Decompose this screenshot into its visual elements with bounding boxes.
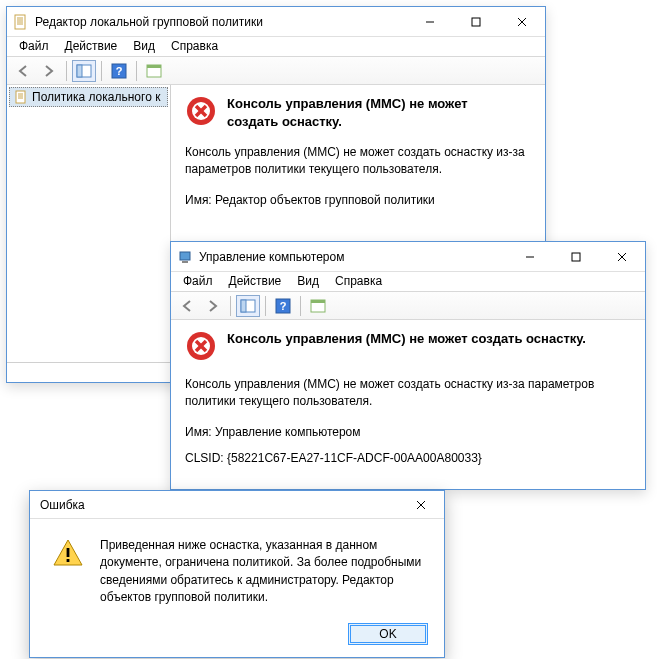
svg-rect-23 (180, 252, 190, 260)
svg-rect-6 (472, 18, 480, 26)
properties-button[interactable] (306, 295, 330, 317)
menu-action[interactable]: Действие (221, 272, 290, 291)
svg-text:?: ? (280, 300, 287, 312)
dialog-text: Приведенная ниже оснастка, указанная в д… (100, 537, 428, 607)
tree-panel: Политика локального к (7, 85, 171, 362)
ok-button[interactable]: OK (348, 623, 428, 645)
error-heading: Консоль управления (MMC) не может создат… (227, 95, 468, 130)
error-clsid-line: CLSID: {58221C67-EA27-11CF-ADCF-00AA00A8… (185, 450, 631, 467)
menu-file[interactable]: Файл (175, 272, 221, 291)
error-name-line: Имя: Редактор объектов групповой политик… (185, 192, 531, 209)
maximize-button[interactable] (553, 242, 599, 272)
svg-rect-41 (67, 548, 70, 557)
menu-view[interactable]: Вид (125, 37, 163, 56)
minimize-button[interactable] (507, 242, 553, 272)
dialog-error: Ошибка Приведенная ниже оснастка, указан… (29, 490, 445, 658)
close-button[interactable] (599, 242, 645, 272)
compmgmt-icon (177, 249, 193, 265)
toolbar: ? (171, 292, 645, 320)
toolbar-separator (66, 61, 67, 81)
error-heading: Консоль управления (MMC) не может создат… (227, 330, 586, 362)
svg-rect-15 (16, 91, 25, 103)
dialog-footer: OK (30, 617, 444, 657)
menu-help[interactable]: Справка (327, 272, 390, 291)
toolbar-separator (136, 61, 137, 81)
titlebar-gpedit: Редактор локальной групповой политики (7, 7, 545, 37)
toolbar-separator (230, 296, 231, 316)
error-icon (185, 95, 217, 127)
svg-rect-42 (67, 559, 70, 562)
error-body-text: Консоль управления (MMC) не может создат… (185, 144, 531, 178)
window-compmgmt: Управление компьютером Файл Действие Вид… (170, 241, 646, 490)
close-button[interactable] (398, 490, 444, 520)
svg-rect-26 (572, 253, 580, 261)
forward-button[interactable] (201, 295, 225, 317)
svg-rect-14 (147, 65, 161, 68)
show-tree-button[interactable] (236, 295, 260, 317)
svg-rect-10 (77, 65, 82, 77)
window-title: Управление компьютером (199, 250, 507, 264)
forward-button[interactable] (37, 60, 61, 82)
back-button[interactable] (175, 295, 199, 317)
gpedit-icon (13, 14, 29, 30)
document-icon (14, 90, 28, 104)
error-body-text: Консоль управления (MMC) не может создат… (185, 376, 631, 410)
svg-text:?: ? (116, 65, 123, 77)
menubar: Файл Действие Вид Справка (7, 37, 545, 57)
warning-icon (52, 537, 84, 569)
dialog-title: Ошибка (36, 498, 398, 512)
menu-view[interactable]: Вид (289, 272, 327, 291)
tree-item-label: Политика локального к (32, 90, 160, 104)
menu-help[interactable]: Справка (163, 37, 226, 56)
titlebar-dialog: Ошибка (30, 491, 444, 519)
show-tree-button[interactable] (72, 60, 96, 82)
minimize-button[interactable] (407, 7, 453, 37)
tree-item-local-policy[interactable]: Политика локального к (9, 87, 168, 107)
toolbar-separator (300, 296, 301, 316)
titlebar-compmgmt: Управление компьютером (171, 242, 645, 272)
error-panel: Консоль управления (MMC) не может создат… (171, 320, 645, 491)
properties-button[interactable] (142, 60, 166, 82)
svg-rect-30 (241, 300, 246, 312)
svg-rect-34 (311, 300, 325, 303)
menubar: Файл Действие Вид Справка (171, 272, 645, 292)
back-button[interactable] (11, 60, 35, 82)
window-title: Редактор локальной групповой политики (35, 15, 407, 29)
menu-file[interactable]: Файл (11, 37, 57, 56)
maximize-button[interactable] (453, 7, 499, 37)
menu-action[interactable]: Действие (57, 37, 126, 56)
toolbar: ? (7, 57, 545, 85)
help-button[interactable]: ? (271, 295, 295, 317)
help-button[interactable]: ? (107, 60, 131, 82)
error-icon (185, 330, 217, 362)
close-button[interactable] (499, 7, 545, 37)
error-name-line: Имя: Управление компьютером (185, 424, 631, 441)
toolbar-separator (265, 296, 266, 316)
svg-rect-24 (182, 261, 188, 263)
dialog-body: Приведенная ниже оснастка, указанная в д… (30, 519, 444, 617)
toolbar-separator (101, 61, 102, 81)
